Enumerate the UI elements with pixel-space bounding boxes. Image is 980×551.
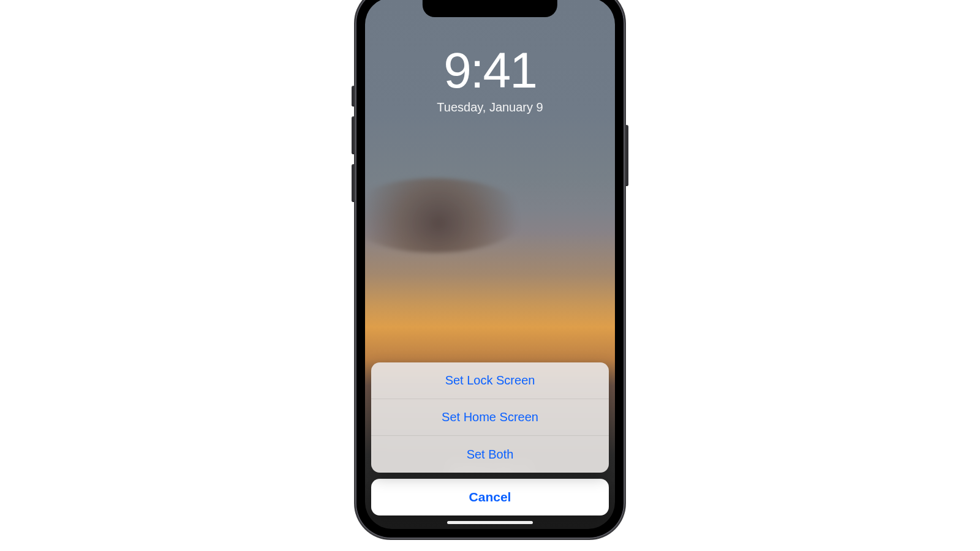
side-button	[625, 125, 628, 186]
phone-mockup: 9:41 Tuesday, January 9 Perspective Zoom…	[355, 0, 625, 539]
clock-time: 9:41	[365, 45, 615, 96]
screen: 9:41 Tuesday, January 9 Perspective Zoom…	[365, 0, 615, 529]
set-home-screen-button[interactable]: Set Home Screen	[371, 399, 609, 436]
wallpaper-cloud	[365, 178, 525, 253]
set-both-button[interactable]: Set Both	[371, 436, 609, 473]
lock-screen-clock-area: 9:41 Tuesday, January 9	[365, 0, 615, 114]
notch	[423, 0, 557, 17]
set-lock-screen-button[interactable]: Set Lock Screen	[371, 362, 609, 399]
clock-date: Tuesday, January 9	[365, 100, 615, 114]
cancel-button[interactable]: Cancel	[371, 479, 609, 515]
action-sheet-area: Perspective Zoom: On Set Lock Screen Set…	[365, 362, 615, 529]
home-indicator[interactable]	[447, 521, 533, 524]
wallpaper-action-sheet: Set Lock Screen Set Home Screen Set Both	[371, 362, 609, 473]
phone-body: 9:41 Tuesday, January 9 Perspective Zoom…	[355, 0, 625, 539]
